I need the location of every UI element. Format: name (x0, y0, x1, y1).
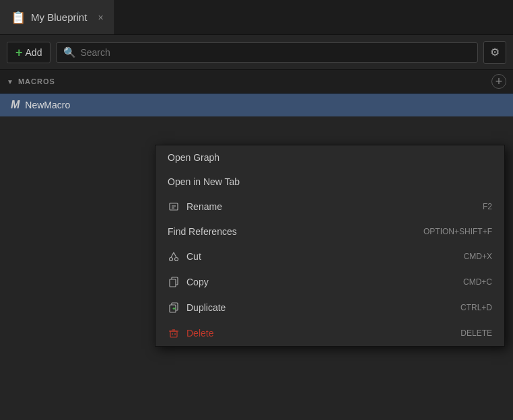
menu-item-delete-label: Delete (186, 328, 213, 339)
menu-item-find-references-shortcut: OPTION+SHIFT+F (423, 227, 492, 236)
tab-icon: 📋 (11, 10, 26, 25)
tab-label: My Blueprint (31, 11, 87, 23)
menu-item-cut-label: Cut (186, 251, 201, 262)
menu-item-copy-shortcut: CMD+C (463, 277, 492, 287)
my-blueprint-tab[interactable]: 📋 My Blueprint × (0, 0, 115, 34)
menu-item-duplicate[interactable]: Duplicate CTRL+D (156, 295, 504, 320)
add-button-label: Add (26, 47, 42, 58)
menu-item-rename-shortcut: F2 (483, 202, 492, 211)
macros-label: MACROS (18, 77, 55, 85)
menu-item-find-references-label: Find References (168, 226, 237, 237)
svg-rect-0 (170, 203, 178, 210)
menu-item-open-graph[interactable]: Open Graph (156, 145, 504, 170)
cut-icon (168, 250, 180, 262)
svg-line-6 (174, 252, 176, 258)
menu-item-find-references[interactable]: Find References OPTION+SHIFT+F (156, 219, 504, 244)
macros-section-header: ▼ MACROS + (0, 70, 513, 94)
menu-item-cut[interactable]: Cut CMD+X (156, 244, 504, 269)
svg-point-4 (175, 258, 178, 261)
menu-item-duplicate-shortcut: CTRL+D (460, 303, 492, 312)
menu-item-delete[interactable]: Delete DELETE (156, 320, 504, 346)
menu-item-cut-shortcut: CMD+X (464, 252, 492, 261)
menu-item-delete-shortcut: DELETE (460, 328, 492, 338)
delete-icon (168, 327, 180, 339)
svg-line-5 (171, 252, 174, 258)
macro-label: NewMacro (25, 100, 70, 110)
search-icon: 🔍 (63, 46, 76, 59)
newmacro-list-item[interactable]: M NewMacro (0, 94, 513, 116)
toolbar: + Add 🔍 ⚙ (0, 35, 513, 70)
macros-add-button[interactable]: + (491, 74, 506, 89)
svg-rect-8 (170, 279, 176, 287)
macros-section-title: ▼ MACROS (7, 77, 55, 85)
add-button[interactable]: + Add (7, 42, 50, 63)
context-menu: Open Graph Open in New Tab Rename (155, 145, 505, 347)
tab-bar: 📋 My Blueprint × (0, 0, 513, 35)
menu-item-open-new-tab[interactable]: Open in New Tab (156, 170, 504, 194)
menu-item-copy[interactable]: Copy CMD+C (156, 269, 504, 295)
macro-icon: M (11, 99, 20, 111)
menu-item-duplicate-label: Duplicate (186, 302, 226, 313)
rename-icon (168, 201, 180, 213)
menu-item-open-graph-label: Open Graph (168, 152, 219, 163)
copy-icon (168, 276, 180, 288)
menu-item-rename-label: Rename (186, 201, 222, 212)
gear-icon: ⚙ (490, 46, 500, 59)
menu-item-rename[interactable]: Rename F2 (156, 194, 504, 219)
search-input[interactable] (80, 47, 471, 58)
menu-item-open-new-tab-label: Open in New Tab (168, 176, 240, 187)
tab-close-button[interactable]: × (98, 12, 103, 23)
svg-point-3 (170, 258, 173, 261)
menu-item-copy-label: Copy (186, 277, 209, 287)
search-bar: 🔍 (56, 42, 478, 63)
main-panel: 📋 My Blueprint × + Add 🔍 ⚙ ▼ MACROS + M … (0, 0, 513, 420)
duplicate-icon (168, 302, 180, 314)
svg-rect-13 (170, 331, 177, 337)
add-plus-icon: + (15, 46, 23, 59)
section-arrow-icon: ▼ (7, 78, 14, 85)
settings-button[interactable]: ⚙ (483, 41, 506, 64)
